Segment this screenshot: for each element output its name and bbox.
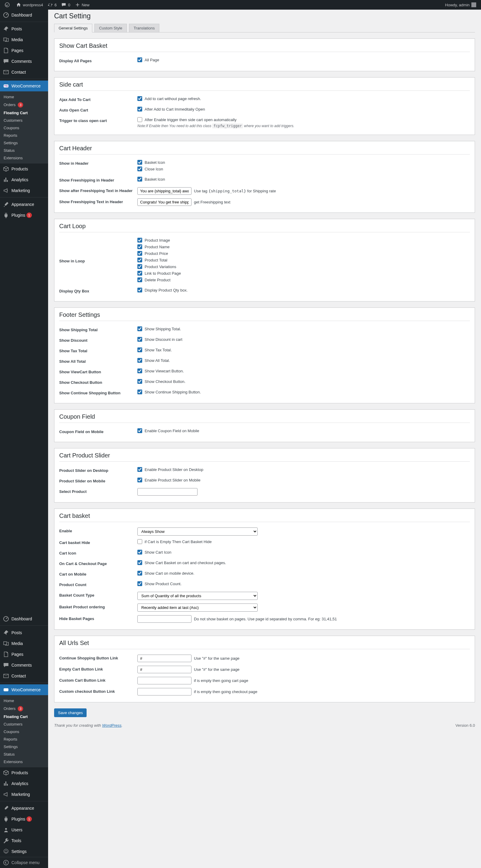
menu-media[interactable]: Media xyxy=(0,34,48,45)
menu-woocommerce-2[interactable]: WooCommerce xyxy=(0,684,48,695)
select-ordering[interactable]: Recently added item at last (Asc) xyxy=(138,603,258,612)
sub-coupons-2[interactable]: Coupons xyxy=(0,728,48,736)
menu-contact[interactable]: Contact xyxy=(0,67,48,78)
cb-cart-icon[interactable] xyxy=(138,550,142,555)
menu-settings[interactable]: Settings xyxy=(0,846,48,857)
cb-basket-icon[interactable] xyxy=(138,160,142,165)
wp-link[interactable]: WordPress xyxy=(102,723,121,727)
cb-freeship-header[interactable] xyxy=(138,177,142,182)
menu-products-2[interactable]: Products xyxy=(0,767,48,778)
input-after-freeship[interactable] xyxy=(138,187,191,195)
sub-settings[interactable]: Settings xyxy=(0,139,48,147)
cb-loop-5[interactable] xyxy=(138,271,142,276)
sub-floating-cart[interactable]: Floating Cart xyxy=(0,109,48,117)
cb-footer-3[interactable] xyxy=(138,358,142,363)
sub-coupons[interactable]: Coupons xyxy=(0,124,48,132)
cb-footer-6[interactable] xyxy=(138,390,142,394)
tab-translations[interactable]: Translations xyxy=(129,24,159,32)
menu-dashboard[interactable]: Dashboard xyxy=(0,10,48,21)
input-custom-checkout-link[interactable] xyxy=(138,688,191,695)
cb-footer-1[interactable] xyxy=(138,337,142,342)
menu-posts[interactable]: Posts xyxy=(0,24,48,34)
cb-cart-mobile[interactable] xyxy=(138,571,142,576)
sub-extensions-2[interactable]: Extensions xyxy=(0,758,48,766)
cb-auto-open[interactable] xyxy=(138,107,142,112)
menu-users[interactable]: Users xyxy=(0,825,48,835)
sub-customers[interactable]: Customers xyxy=(0,117,48,124)
input-hide-pages[interactable] xyxy=(138,615,191,623)
cb-on-checkout[interactable] xyxy=(138,560,142,565)
collapse-menu[interactable]: Collapse menu xyxy=(0,857,48,868)
input-custom-cart-link[interactable] xyxy=(138,677,191,684)
menu-woocommerce[interactable]: WooCommerce xyxy=(0,81,48,91)
menu-comments-2[interactable]: Comments xyxy=(0,660,48,671)
menu-plugins[interactable]: Plugins 1 xyxy=(0,210,48,221)
svg-rect-7 xyxy=(4,688,8,691)
sub-floating-cart-2[interactable]: Floating Cart xyxy=(0,713,48,720)
cb-footer-5[interactable] xyxy=(138,379,142,384)
select-count-type[interactable]: Sum of Quantity of all the products xyxy=(138,592,258,600)
cb-loop-0[interactable] xyxy=(138,238,142,243)
cb-close-icon[interactable] xyxy=(138,166,142,171)
cb-slider-desktop[interactable] xyxy=(138,467,142,472)
cb-loop-3[interactable] xyxy=(138,257,142,262)
select-enable[interactable]: Always Show xyxy=(138,527,258,535)
cb-loop-1[interactable] xyxy=(138,244,142,249)
menu-analytics[interactable]: Analytics xyxy=(0,174,48,185)
sub-reports[interactable]: Reports xyxy=(0,132,48,139)
cb-loop-2[interactable] xyxy=(138,251,142,256)
cb-coupon-mobile[interactable] xyxy=(138,428,142,433)
cb-qty-box[interactable] xyxy=(138,288,142,292)
tab-general[interactable]: General Settings xyxy=(54,24,92,32)
cb-footer-2[interactable] xyxy=(138,347,142,352)
menu-plugins-2[interactable]: Plugins 1 xyxy=(0,814,48,825)
input-freeship-text[interactable] xyxy=(138,198,191,206)
cb-all-page[interactable] xyxy=(138,57,142,62)
menu-appearance[interactable]: Appearance xyxy=(0,199,48,210)
input-select-product[interactable] xyxy=(138,488,198,496)
menu-appearance-2[interactable]: Appearance xyxy=(0,803,48,814)
comments-bubble[interactable]: 0 xyxy=(59,0,72,10)
cb-loop-6[interactable] xyxy=(138,277,142,282)
cb-basket-hide[interactable] xyxy=(138,539,142,544)
sub-settings-2[interactable]: Settings xyxy=(0,743,48,750)
my-account[interactable]: Howdy, admin xyxy=(443,0,479,10)
cb-slider-mobile[interactable] xyxy=(138,477,142,483)
sub-reports-2[interactable]: Reports xyxy=(0,736,48,743)
sub-home[interactable]: Home xyxy=(0,93,48,101)
site-name[interactable]: wordpress4 xyxy=(14,0,46,10)
menu-products[interactable]: Products xyxy=(0,163,48,174)
menu-pages[interactable]: Pages xyxy=(0,45,48,56)
menu-analytics-2[interactable]: Analytics xyxy=(0,778,48,789)
updates[interactable]: 6 xyxy=(46,0,59,10)
cb-loop-4[interactable] xyxy=(138,264,142,269)
input-empty-link[interactable] xyxy=(138,666,191,673)
sub-orders[interactable]: Orders 3 xyxy=(0,101,48,109)
media-icon xyxy=(3,37,9,43)
sub-status[interactable]: Status xyxy=(0,147,48,154)
menu-dashboard-2[interactable]: Dashboard xyxy=(0,614,48,624)
cb-trigger[interactable] xyxy=(138,117,142,122)
cb-ajax-add[interactable] xyxy=(138,96,142,101)
menu-marketing[interactable]: Marketing xyxy=(0,185,48,196)
menu-posts-2[interactable]: Posts xyxy=(0,627,48,638)
sub-extensions[interactable]: Extensions xyxy=(0,154,48,162)
menu-media-2[interactable]: Media xyxy=(0,638,48,649)
sub-customers-2[interactable]: Customers xyxy=(0,720,48,728)
new-content[interactable]: New xyxy=(73,0,92,10)
menu-tools[interactable]: Tools xyxy=(0,835,48,846)
sub-orders-2[interactable]: Orders 3 xyxy=(0,705,48,713)
tab-custom-style[interactable]: Custom Style xyxy=(94,24,126,32)
cb-product-count[interactable] xyxy=(138,581,142,586)
menu-marketing-2[interactable]: Marketing xyxy=(0,789,48,800)
cb-footer-0[interactable] xyxy=(138,327,142,331)
menu-comments[interactable]: Comments xyxy=(0,56,48,67)
sub-home-2[interactable]: Home xyxy=(0,697,48,705)
cb-footer-4[interactable] xyxy=(138,369,142,373)
input-continue-link[interactable] xyxy=(138,655,191,662)
wp-logo[interactable] xyxy=(2,0,14,10)
menu-pages-2[interactable]: Pages xyxy=(0,649,48,660)
menu-contact-2[interactable]: Contact xyxy=(0,671,48,681)
save-button[interactable]: Save changes xyxy=(54,708,87,717)
sub-status-2[interactable]: Status xyxy=(0,750,48,758)
